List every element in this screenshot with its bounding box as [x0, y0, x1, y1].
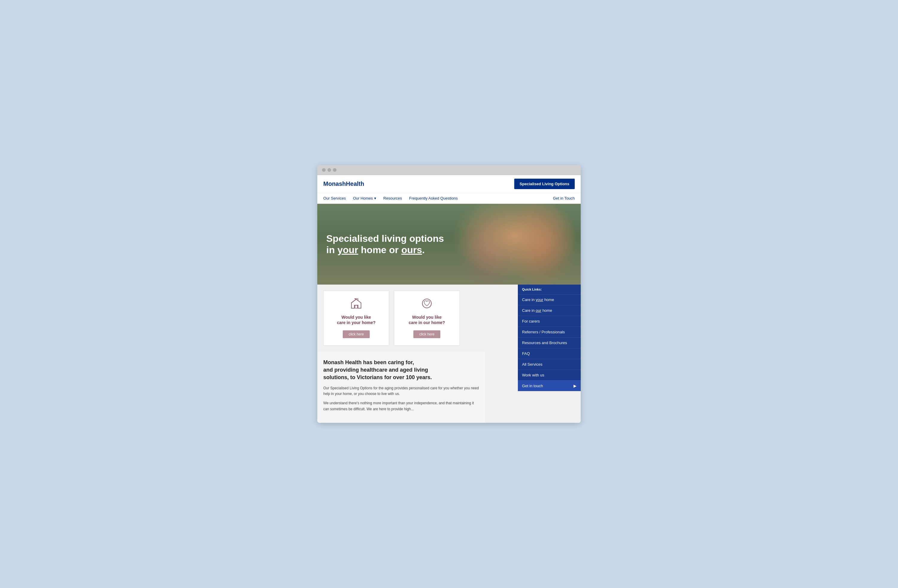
quick-link-get-in-touch[interactable]: Get in touch ▶: [518, 380, 581, 391]
website: MonashHealth Specialised Living Options …: [317, 175, 581, 423]
svg-point-1: [422, 299, 431, 308]
quick-link-care-your-home[interactable]: Care in your home: [518, 294, 581, 305]
quick-link-all-services[interactable]: All Services: [518, 359, 581, 370]
specialised-living-button[interactable]: Specialised Living Options: [514, 179, 575, 189]
hero-title: Specialised living options in your home …: [326, 233, 444, 256]
nav-resources[interactable]: Resources: [383, 196, 402, 201]
card-our-home: Would you likecare in our home? click he…: [394, 290, 460, 345]
quick-links-header: Quick Links:: [518, 285, 581, 294]
nav-our-services[interactable]: Our Services: [323, 196, 346, 201]
nav-links: Our Services Our Homes ▾ Resources Frequ…: [323, 196, 458, 201]
logo-regular: Monash: [323, 180, 346, 187]
browser-dot-green: [333, 168, 337, 172]
quick-link-work-with-us[interactable]: Work with us: [518, 370, 581, 380]
quick-link-resources[interactable]: Resources and Brochures: [518, 337, 581, 348]
hero-content: Specialised living options in your home …: [317, 224, 453, 265]
svg-rect-0: [355, 305, 357, 308]
dropdown-arrow-icon: ▾: [374, 196, 376, 201]
heart-icon: [400, 298, 454, 311]
main-nav: Our Services Our Homes ▾ Resources Frequ…: [317, 193, 581, 204]
card-your-home-button[interactable]: click here: [343, 330, 370, 338]
browser-chrome: [317, 165, 581, 175]
logo-bold: Health: [346, 180, 364, 187]
hero-section: Specialised living options in your home …: [317, 204, 581, 285]
site-header: MonashHealth Specialised Living Options: [317, 175, 581, 193]
site-logo: MonashHealth: [323, 180, 364, 187]
quick-link-faq[interactable]: FAQ: [518, 348, 581, 359]
arrow-right-icon: ▶: [574, 384, 577, 388]
card-our-home-button[interactable]: click here: [414, 330, 441, 338]
nav-get-in-touch[interactable]: Get in Touch: [553, 196, 575, 201]
quick-link-for-carers[interactable]: For carers: [518, 316, 581, 327]
content-para1: Our Specialised Living Options for the a…: [323, 385, 479, 397]
nav-faq[interactable]: Frequently Asked Questions: [409, 196, 458, 201]
card-your-home-title: Would you likecare in your home?: [329, 315, 383, 325]
browser-window: MonashHealth Specialised Living Options …: [317, 165, 581, 423]
browser-dot-red: [322, 168, 326, 172]
card-our-home-title: Would you likecare in our home?: [400, 315, 454, 325]
cards-and-quicklinks: Would you likecare in your home? click h…: [317, 285, 581, 423]
quick-links-dropdown: Quick Links: Care in your home Care in o…: [518, 285, 581, 391]
cards-row: Would you likecare in your home? click h…: [317, 285, 485, 351]
home-icon: [329, 298, 383, 311]
card-your-home: Would you likecare in your home? click h…: [323, 290, 389, 345]
quick-link-care-our-home[interactable]: Care in our home: [518, 305, 581, 316]
content-title: Monash Health has been caring for,and pr…: [323, 359, 479, 382]
content-section: Monash Health has been caring for,and pr…: [317, 352, 485, 423]
nav-our-homes[interactable]: Our Homes ▾: [353, 196, 376, 201]
content-para2: We understand there's nothing more impor…: [323, 401, 479, 412]
browser-dot-yellow: [328, 168, 331, 172]
quick-link-referrers[interactable]: Referrers / Professionals: [518, 327, 581, 337]
